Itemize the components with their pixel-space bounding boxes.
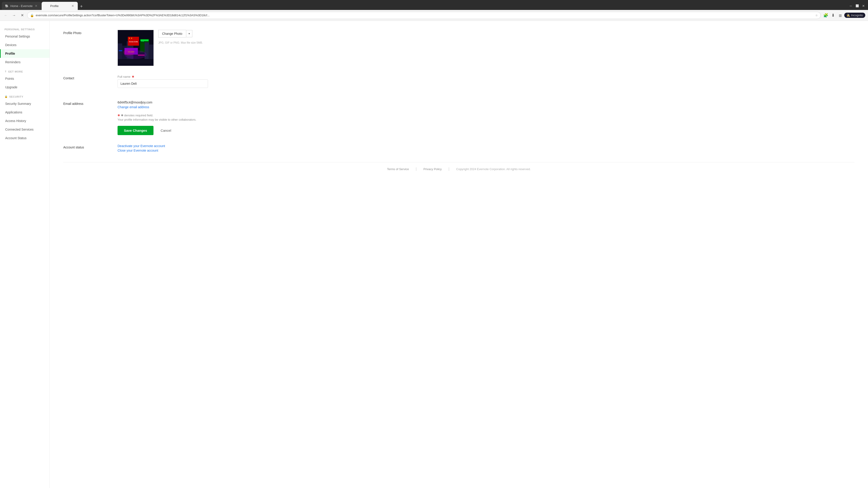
nav-bar: ← → ✕ 🔒 evernote.com/secure/ProfileSetti… bbox=[0, 10, 868, 21]
sidebar-security-summary-label: Security Summary bbox=[5, 102, 31, 105]
close-window-button[interactable]: ✕ bbox=[861, 3, 866, 8]
minimize-button[interactable]: ─ bbox=[848, 3, 854, 8]
visibility-note: Your profile information may be visible … bbox=[118, 118, 855, 121]
svg-rect-17 bbox=[131, 38, 132, 39]
sidebar-devices-label: Devices bbox=[5, 43, 17, 47]
sidebar-upgrade-label: Upgrade bbox=[5, 86, 18, 89]
profile-tab-icon bbox=[45, 4, 49, 8]
sidebar-applications-label: Applications bbox=[5, 110, 22, 114]
svg-rect-19 bbox=[143, 41, 144, 41]
full-name-label: Full name ✱ bbox=[118, 75, 855, 78]
change-photo-dropdown-button[interactable]: ▾ bbox=[186, 30, 192, 37]
email-content: 6d44f5c4@moodjoy.com Change email addres… bbox=[118, 101, 855, 109]
account-status-content: Deactivate your Evernote account Close y… bbox=[118, 144, 855, 153]
form-footer: ✱ ✱ denotes required field. Your profile… bbox=[118, 113, 855, 135]
close-account-link[interactable]: Close your Evernote account bbox=[118, 149, 855, 152]
email-value: 6d44f5c4@moodjoy.com bbox=[118, 101, 855, 104]
sidebar: Personal Settings Personal Settings Devi… bbox=[0, 21, 50, 488]
extensions-button[interactable]: 🧩 bbox=[823, 12, 829, 19]
deactivate-account-link[interactable]: Deactivate your Evernote account bbox=[118, 144, 855, 148]
address-text: evernote.com/secure/ProfileSettings.acti… bbox=[36, 13, 813, 17]
sidebar-item-personal-settings[interactable]: Personal Settings bbox=[0, 32, 50, 41]
tab-home-close[interactable]: ✕ bbox=[34, 4, 38, 8]
forward-button[interactable]: → bbox=[11, 12, 17, 19]
contact-content: Full name ✱ bbox=[118, 75, 855, 92]
save-changes-button[interactable]: Save Changes bbox=[118, 126, 153, 135]
restore-button[interactable]: ⬜ bbox=[855, 3, 860, 8]
full-name-input[interactable] bbox=[118, 79, 208, 88]
photo-hint: JPG, GIF or PNG. Max file size 5MB. bbox=[158, 41, 203, 44]
email-section: Email address 6d44f5c4@moodjoy.com Chang… bbox=[63, 101, 855, 109]
sidebar-reminders-label: Reminders bbox=[5, 60, 21, 64]
photo-container: Coca-Cola GALWAY bbox=[118, 30, 855, 66]
change-photo-button-group[interactable]: Change Photo ▾ bbox=[158, 30, 203, 37]
sidebar-item-upgrade[interactable]: Upgrade bbox=[0, 83, 50, 92]
tab-home-label: Home - Evernote bbox=[10, 4, 33, 8]
page-body: Personal Settings Personal Settings Devi… bbox=[0, 21, 868, 488]
tab-profile-label: Profile bbox=[50, 4, 69, 8]
profile-photo-content: Coca-Cola GALWAY bbox=[118, 30, 855, 66]
sidebar-item-account-status[interactable]: Account Status bbox=[0, 134, 50, 142]
privacy-link[interactable]: Privacy Policy bbox=[423, 167, 442, 171]
svg-rect-9 bbox=[141, 39, 149, 41]
sidebar-item-devices[interactable]: Devices bbox=[0, 41, 50, 49]
svg-rect-16 bbox=[129, 38, 130, 39]
terms-link[interactable]: Terms of Service bbox=[387, 167, 409, 171]
sidebar-points-label: Points bbox=[5, 77, 14, 80]
personal-settings-header: Personal Settings bbox=[0, 24, 50, 32]
incognito-indicator: 🕵 Incognito bbox=[844, 13, 865, 18]
nav-right: 🧩 ⬇ ▥ 🕵 Incognito bbox=[823, 12, 865, 19]
sidebar-item-profile[interactable]: Profile bbox=[0, 49, 50, 58]
security-header: 🔒 SECURITY bbox=[0, 92, 50, 99]
back-button[interactable]: ← bbox=[3, 12, 9, 19]
download-button[interactable]: ⬇ bbox=[830, 12, 836, 19]
contact-section-label: Contact bbox=[63, 75, 108, 92]
sidebar-connected-services-label: Connected Services bbox=[5, 128, 33, 131]
profile-photo-section: Profile Photo C bbox=[63, 30, 855, 66]
change-photo-main-button[interactable]: Change Photo bbox=[158, 30, 186, 37]
profile-photo-section-label: Profile Photo bbox=[63, 30, 108, 66]
bookmark-icon[interactable]: ☆ bbox=[815, 14, 818, 17]
reload-button[interactable]: ✕ bbox=[19, 12, 25, 19]
sidebar-item-applications[interactable]: Applications bbox=[0, 108, 50, 117]
email-section-label: Email address bbox=[63, 101, 108, 109]
tab-profile[interactable]: Profile ✕ bbox=[41, 2, 78, 10]
main-content: Profile Photo C bbox=[50, 21, 868, 488]
new-tab-button[interactable]: + bbox=[78, 3, 85, 10]
evernote-tab-icon: 🐘 bbox=[5, 4, 8, 8]
svg-rect-15 bbox=[120, 60, 151, 64]
tab-profile-close[interactable]: ✕ bbox=[71, 4, 74, 8]
tab-bar: 🐘 Home - Evernote ✕ Profile ✕ + ─ ⬜ ✕ bbox=[0, 0, 868, 10]
form-buttons: Save Changes Cancel bbox=[118, 126, 855, 135]
footer-sep-2: | bbox=[448, 167, 450, 171]
full-name-group: Full name ✱ bbox=[118, 75, 855, 88]
sidebar-item-points[interactable]: Points bbox=[0, 74, 50, 83]
account-status-section-label: Account status bbox=[63, 144, 108, 153]
sidebar-item-connected-services[interactable]: Connected Services bbox=[0, 125, 50, 134]
cancel-button[interactable]: Cancel bbox=[157, 126, 175, 135]
footer-copyright: Copyright 2024 Evernote Corporation. All… bbox=[456, 167, 531, 171]
photo-actions: Change Photo ▾ JPG, GIF or PNG. Max file… bbox=[158, 30, 203, 44]
address-bar[interactable]: 🔒 evernote.com/secure/ProfileSettings.ac… bbox=[27, 12, 821, 19]
svg-rect-21 bbox=[138, 55, 145, 56]
sidebar-item-reminders[interactable]: Reminders bbox=[0, 58, 50, 66]
tab-home[interactable]: 🐘 Home - Evernote ✕ bbox=[2, 2, 41, 10]
svg-point-13 bbox=[123, 49, 134, 56]
get-more-header: ⬆ GET MORE bbox=[0, 66, 50, 74]
change-email-link[interactable]: Change email address bbox=[118, 105, 149, 109]
sidebar-account-status-label: Account Status bbox=[5, 136, 26, 140]
sidebar-personal-settings-label: Personal Settings bbox=[5, 35, 30, 38]
contact-section: Contact Full name ✱ bbox=[63, 75, 855, 92]
footer-sep-1: | bbox=[416, 167, 416, 171]
profile-photo-display: Coca-Cola GALWAY bbox=[118, 30, 154, 66]
split-screen-button[interactable]: ▥ bbox=[837, 12, 843, 19]
sidebar-item-security-summary[interactable]: Security Summary bbox=[0, 99, 50, 108]
required-note: ✱ ✱ denotes required field. bbox=[118, 113, 855, 117]
address-icons: ☆ bbox=[815, 14, 818, 17]
required-marker: ✱ bbox=[132, 75, 134, 78]
browser-chrome: 🐘 Home - Evernote ✕ Profile ✕ + ─ ⬜ ✕ ← … bbox=[0, 0, 868, 21]
sidebar-item-access-history[interactable]: Access History bbox=[0, 117, 50, 125]
svg-text:Coca-Cola: Coca-Cola bbox=[129, 41, 138, 43]
sidebar-access-history-label: Access History bbox=[5, 119, 26, 123]
sidebar-profile-label: Profile bbox=[5, 52, 15, 55]
